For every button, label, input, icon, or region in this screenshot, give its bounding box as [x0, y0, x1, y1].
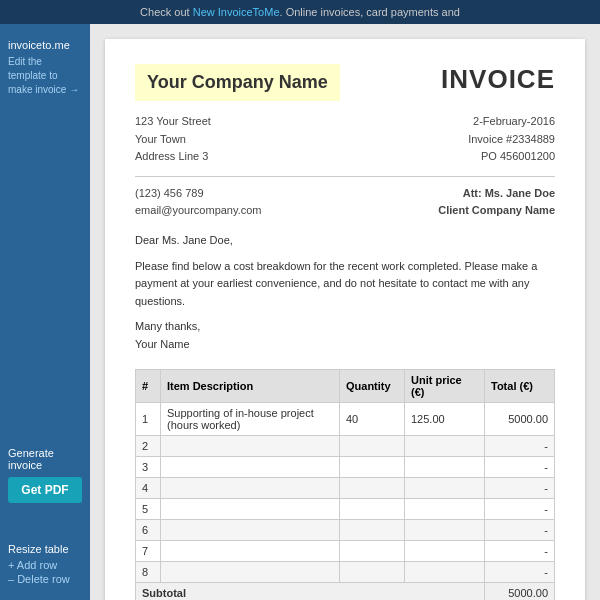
row-num[interactable]: 6	[136, 519, 161, 540]
table-row: 7-	[136, 540, 555, 561]
sender-town[interactable]: Your Town	[135, 131, 211, 149]
subtotal-value: 5000.00	[485, 582, 555, 600]
table-row: 5-	[136, 498, 555, 519]
banner-link[interactable]: New InvoiceToMe	[193, 6, 280, 18]
add-row-link[interactable]: + Add row	[8, 559, 82, 571]
recipient-company[interactable]: Client Company Name	[438, 202, 555, 220]
row-num[interactable]: 2	[136, 435, 161, 456]
banner-text-after: . Online invoices, card payments and	[280, 6, 460, 18]
invoice-area: Your Company Name INVOICE 123 Your Stree…	[90, 24, 600, 600]
row-desc[interactable]	[161, 561, 340, 582]
row-qty[interactable]	[340, 561, 405, 582]
row-unit[interactable]: 125.00	[405, 402, 485, 435]
row-qty[interactable]	[340, 456, 405, 477]
table-row: 4-	[136, 477, 555, 498]
recipient-info: Att: Ms. Jane Doe Client Company Name	[438, 185, 555, 220]
row-num[interactable]: 7	[136, 540, 161, 561]
sender-contact: (123) 456 789 email@yourcompany.com	[135, 185, 262, 220]
banner-text: Check out	[140, 6, 193, 18]
row-num[interactable]: 5	[136, 498, 161, 519]
subtotal-row: Subtotal 5000.00	[136, 582, 555, 600]
sender-street[interactable]: 123 Your Street	[135, 113, 211, 131]
invoice-date[interactable]: 2-February-2016	[468, 113, 555, 131]
row-unit[interactable]	[405, 498, 485, 519]
row-total[interactable]: -	[485, 435, 555, 456]
row-num[interactable]: 1	[136, 402, 161, 435]
table-header-row: # Item Description Quantity Unit price (…	[136, 369, 555, 402]
row-qty[interactable]: 40	[340, 402, 405, 435]
sidebar: invoiceto.me Edit the template to make i…	[0, 24, 90, 600]
delete-row-link[interactable]: – Delete row	[8, 573, 82, 585]
row-total[interactable]: -	[485, 498, 555, 519]
invoice-table-footer: Subtotal 5000.00 Sales Tax (20%) 1000.00…	[136, 582, 555, 600]
contact-row: (123) 456 789 email@yourcompany.com Att:…	[135, 185, 555, 220]
row-num[interactable]: 3	[136, 456, 161, 477]
col-header-desc: Item Description	[161, 369, 340, 402]
row-qty[interactable]	[340, 435, 405, 456]
row-qty[interactable]	[340, 540, 405, 561]
col-header-total: Total (€)	[485, 369, 555, 402]
invoice-header: Your Company Name INVOICE	[135, 64, 555, 101]
resize-table-label: Resize table	[8, 543, 82, 555]
sidebar-edit-link[interactable]: Edit the template to make invoice →	[8, 55, 82, 97]
row-num[interactable]: 8	[136, 561, 161, 582]
invoice-table: # Item Description Quantity Unit price (…	[135, 369, 555, 600]
col-header-unit: Unit price (€)	[405, 369, 485, 402]
invoice-table-body: 1Supporting of in-house project (hours w…	[136, 402, 555, 582]
row-desc[interactable]	[161, 498, 340, 519]
letter-body: Dear Ms. Jane Doe, Please find below a c…	[135, 232, 555, 354]
recipient-att[interactable]: Att: Ms. Jane Doe	[438, 185, 555, 203]
get-pdf-button[interactable]: Get PDF	[8, 477, 82, 503]
divider	[135, 176, 555, 177]
invoice-page: Your Company Name INVOICE 123 Your Stree…	[105, 39, 585, 600]
sender-email[interactable]: email@yourcompany.com	[135, 202, 262, 220]
row-qty[interactable]	[340, 498, 405, 519]
sender-address3[interactable]: Address Line 3	[135, 148, 211, 166]
row-qty[interactable]	[340, 477, 405, 498]
letter-greeting: Dear Ms. Jane Doe,	[135, 232, 555, 250]
row-unit[interactable]	[405, 561, 485, 582]
row-desc[interactable]	[161, 540, 340, 561]
table-row: 8-	[136, 561, 555, 582]
row-total[interactable]: 5000.00	[485, 402, 555, 435]
table-row: 3-	[136, 456, 555, 477]
letter-signoff: Many thanks, Your Name	[135, 318, 555, 353]
sender-phone[interactable]: (123) 456 789	[135, 185, 262, 203]
row-unit[interactable]	[405, 435, 485, 456]
row-unit[interactable]	[405, 540, 485, 561]
letter-body-text[interactable]: Please find below a cost breakdown for t…	[135, 258, 555, 311]
col-header-num: #	[136, 369, 161, 402]
generate-invoice-label: Generate invoice	[8, 447, 82, 471]
row-desc[interactable]	[161, 477, 340, 498]
row-total[interactable]: -	[485, 561, 555, 582]
col-header-qty: Quantity	[340, 369, 405, 402]
table-row: 2-	[136, 435, 555, 456]
row-total[interactable]: -	[485, 540, 555, 561]
invoice-meta: 2-February-2016 Invoice #2334889 PO 4560…	[468, 113, 555, 166]
row-desc[interactable]: Supporting of in-house project (hours wo…	[161, 402, 340, 435]
row-total[interactable]: -	[485, 477, 555, 498]
table-row: 1Supporting of in-house project (hours w…	[136, 402, 555, 435]
sender-info: 123 Your Street Your Town Address Line 3	[135, 113, 211, 166]
row-desc[interactable]	[161, 456, 340, 477]
row-total[interactable]: -	[485, 456, 555, 477]
row-qty[interactable]	[340, 519, 405, 540]
row-desc[interactable]	[161, 519, 340, 540]
table-row: 6-	[136, 519, 555, 540]
row-total[interactable]: -	[485, 519, 555, 540]
invoice-number[interactable]: Invoice #2334889	[468, 131, 555, 149]
row-unit[interactable]	[405, 477, 485, 498]
invoice-title: INVOICE	[441, 64, 555, 95]
subtotal-label: Subtotal	[136, 582, 485, 600]
company-name[interactable]: Your Company Name	[135, 64, 340, 101]
row-num[interactable]: 4	[136, 477, 161, 498]
address-details: 123 Your Street Your Town Address Line 3…	[135, 113, 555, 166]
sidebar-logo: invoiceto.me	[8, 39, 82, 51]
top-banner: Check out New InvoiceToMe. Online invoic…	[0, 0, 600, 24]
row-desc[interactable]	[161, 435, 340, 456]
row-unit[interactable]	[405, 456, 485, 477]
invoice-po[interactable]: PO 456001200	[468, 148, 555, 166]
row-unit[interactable]	[405, 519, 485, 540]
